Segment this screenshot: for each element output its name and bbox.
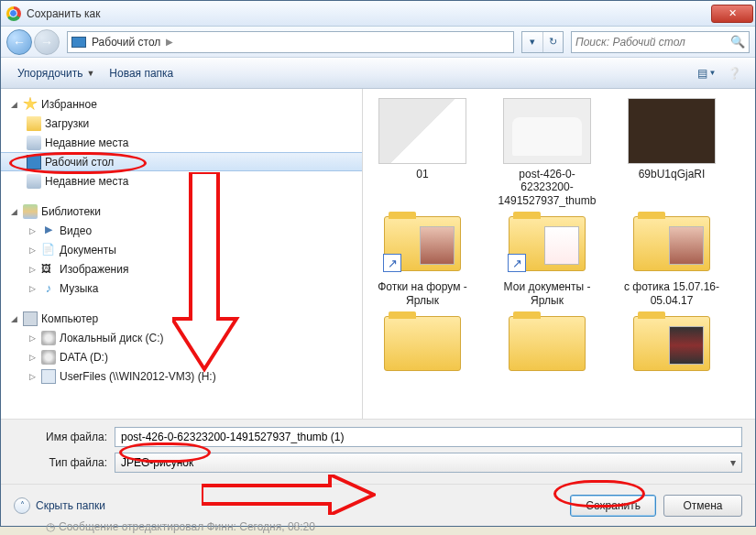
refresh-group: ▾ ↻ [521, 31, 564, 53]
nav-row: ← → Рабочий стол ▶ ▾ ↻ 🔍 [1, 27, 755, 58]
search-input[interactable] [575, 36, 730, 49]
toolbar: Упорядочить ▼ Новая папка ▤▼ ❔ [1, 58, 755, 89]
save-as-dialog: Сохранить как ✕ ← → Рабочий стол ▶ ▾ ↻ 🔍… [0, 0, 756, 527]
pictures-icon [41, 262, 56, 277]
network-drive-icon [41, 369, 56, 384]
tree-desktop[interactable]: Рабочий стол [1, 152, 362, 171]
file-item[interactable]: ↗Фотки на форум - Ярлык [368, 211, 477, 307]
disk-icon [41, 350, 56, 365]
computer-icon [23, 311, 38, 326]
filetype-select[interactable]: JPEG-рисунок [115, 453, 742, 473]
back-button[interactable]: ← [6, 29, 32, 55]
file-item[interactable]: post-426-0-62323200-1491527937_thumb [493, 98, 601, 207]
thumbnail [628, 311, 716, 377]
breadcrumb: Рабочий стол [92, 36, 160, 49]
chevron-down-icon: ▼ [86, 69, 94, 78]
hide-folders-button[interactable]: ˄ Скрыть папки [14, 497, 105, 514]
thumbnail [628, 211, 716, 277]
close-button[interactable]: ✕ [711, 5, 753, 23]
tree-recent-1[interactable]: Недавние места [1, 133, 362, 152]
new-folder-label: Новая папка [109, 67, 173, 80]
filetype-label: Тип файла: [14, 456, 115, 469]
thumbnail: ↗ [378, 211, 466, 277]
forward-button[interactable]: → [34, 29, 60, 55]
item-caption: с фотика 15.07.16-05.04.17 [618, 280, 726, 307]
libraries-icon [23, 204, 38, 219]
disk-icon [41, 331, 56, 345]
file-item[interactable]: 69bU1qGjaRI [618, 98, 726, 207]
help-button[interactable]: ❔ [722, 63, 746, 83]
page-status-line: ◷ Сообщение отредактировал Финн: Сегодня… [46, 520, 315, 533]
organize-button[interactable]: Упорядочить ▼ [10, 63, 102, 83]
filename-label: Имя файла: [14, 431, 115, 443]
thumbnail [503, 311, 591, 377]
video-icon [41, 224, 56, 238]
fields-area: Имя файла: post-426-0-62323200-149152793… [1, 419, 755, 484]
file-item[interactable]: ↗Мои документы - Ярлык [493, 211, 601, 307]
item-caption: post-426-0-62323200-1491527937_thumb [493, 168, 601, 207]
clock-icon: ◷ [46, 520, 55, 533]
refresh-button[interactable]: ↻ [543, 32, 564, 52]
thumbnail [628, 98, 716, 164]
window-title: Сохранить как [27, 7, 100, 20]
chevron-up-icon: ˄ [14, 497, 30, 514]
cancel-button[interactable]: Отмена [663, 495, 742, 517]
content-pane[interactable]: 01post-426-0-62323200-1491527937_thumb69… [363, 89, 755, 419]
tree-favorites[interactable]: ◢Избранное [1, 94, 362, 114]
view-button[interactable]: ▤▼ [695, 63, 718, 83]
search-box[interactable]: 🔍 [571, 31, 750, 53]
desktop-icon [27, 155, 41, 169]
desktop-icon [71, 37, 86, 48]
chevron-right-icon[interactable]: ▶ [166, 37, 173, 47]
organize-label: Упорядочить [17, 67, 82, 80]
thumbnail [378, 311, 466, 377]
thumbnail: ↗ [503, 211, 591, 277]
folder-icon [27, 116, 41, 131]
star-icon [23, 97, 38, 112]
item-caption: 01 [416, 168, 428, 180]
recent-icon [27, 136, 41, 150]
thumbnail [503, 98, 591, 164]
file-item[interactable]: 01 [368, 98, 477, 207]
titlebar: Сохранить как ✕ [1, 1, 755, 27]
item-caption: Фотки на форум - Ярлык [368, 280, 477, 307]
annotation-arrow-right [202, 475, 376, 515]
search-icon: 🔍 [730, 35, 745, 49]
file-item[interactable] [618, 311, 726, 380]
annotation-arrow-down [172, 172, 246, 374]
file-item[interactable]: с фотика 15.07.16-05.04.17 [618, 211, 726, 307]
music-icon [41, 281, 56, 296]
dropdown-button[interactable]: ▾ [522, 32, 543, 52]
file-item[interactable] [368, 311, 477, 380]
filename-input[interactable]: post-426-0-62323200-1491527937_thumb (1) [115, 427, 742, 447]
thumbnail [378, 98, 466, 164]
tree-downloads[interactable]: Загрузки [1, 114, 362, 133]
file-item[interactable] [493, 311, 601, 380]
save-button[interactable]: Сохранить [570, 495, 656, 517]
doc-icon [41, 243, 56, 257]
new-folder-button[interactable]: Новая папка [102, 63, 181, 83]
recent-icon [27, 174, 41, 189]
address-bar[interactable]: Рабочий стол ▶ [67, 31, 514, 53]
item-caption: 69bU1qGjaRI [639, 168, 706, 180]
item-caption: Мои документы - Ярлык [493, 280, 601, 307]
chrome-icon [6, 6, 21, 21]
